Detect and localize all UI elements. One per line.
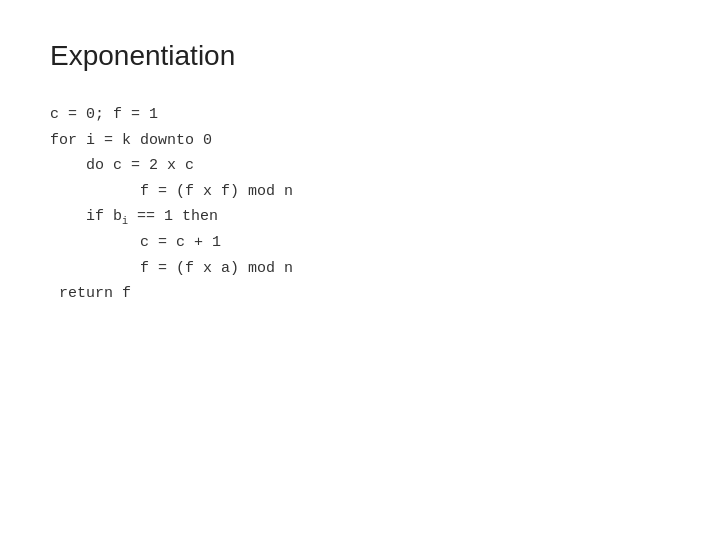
- code-line-3: do c = 2 x c: [50, 153, 670, 179]
- code-line-8: return f: [50, 281, 670, 307]
- page: Exponentiation c = 0; f = 1 for i = k do…: [0, 0, 720, 540]
- code-line-4: f = (f x f) mod n: [50, 179, 670, 205]
- code-line-6: c = c + 1: [50, 230, 670, 256]
- code-line-1: c = 0; f = 1: [50, 102, 670, 128]
- page-title: Exponentiation: [50, 40, 670, 72]
- code-line-2: for i = k downto 0: [50, 128, 670, 154]
- code-line-7: f = (f x a) mod n: [50, 256, 670, 282]
- code-line-5: if bi == 1 then: [50, 204, 670, 230]
- code-block: c = 0; f = 1 for i = k downto 0 do c = 2…: [50, 102, 670, 307]
- subscript-i: i: [122, 216, 128, 227]
